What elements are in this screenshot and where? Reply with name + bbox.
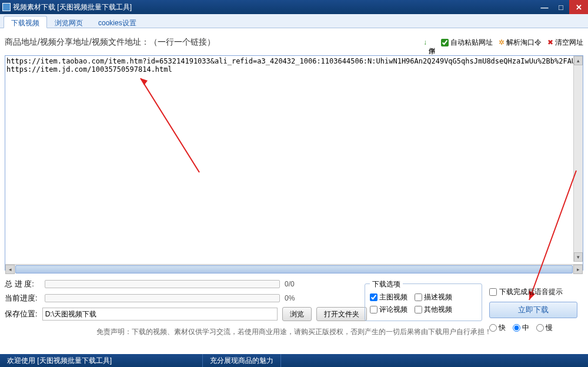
close-button[interactable]: ✕ xyxy=(569,0,588,14)
total-progress-bar xyxy=(45,280,280,288)
scroll-up-icon[interactable]: ▴ xyxy=(574,56,583,65)
total-progress-value: 0/0 xyxy=(285,280,295,288)
vertical-scrollbar[interactable]: ▴ ▾ xyxy=(573,56,583,262)
current-progress-value: 0% xyxy=(285,294,295,302)
auto-paste-checkbox[interactable]: 自动粘贴网址 xyxy=(441,38,493,48)
reverse-button[interactable]: ↓倒序 xyxy=(423,38,435,46)
status-bar: 欢迎使用 [天图视频批量下载工具] 充分展现商品的魅力 xyxy=(0,354,588,367)
clear-urls-button[interactable]: ✖清空网址 xyxy=(547,38,583,48)
horizontal-scrollbar[interactable]: ◂ ▸ xyxy=(5,264,583,273)
current-progress-bar xyxy=(45,294,280,302)
tab-download[interactable]: 下载视频 xyxy=(4,16,47,28)
speed-fast-radio[interactable]: 快 xyxy=(489,323,506,333)
scroll-right-icon[interactable]: ▸ xyxy=(573,265,583,274)
download-button[interactable]: 立即下载 xyxy=(489,302,577,318)
voice-prompt-checkbox[interactable]: 下载完成后语音提示 xyxy=(489,287,583,297)
main-video-checkbox[interactable]: 主图视频 xyxy=(370,292,407,302)
current-progress-label: 当前进度: xyxy=(5,293,40,303)
comment-video-checkbox[interactable]: 评论视频 xyxy=(370,305,407,315)
toolbar: 商品地址/视频分享地址/视频文件地址：（一行一个链接） ↓倒序 自动粘贴网址 ✲… xyxy=(5,33,583,52)
window-title: 视频素材下载 [天图视频批量下载工具] xyxy=(13,2,132,12)
other-video-checkbox[interactable]: 其他视频 xyxy=(415,305,452,315)
download-options-group: 下载选项 主图视频 描述视频 评论视频 其他视频 xyxy=(365,283,482,321)
tab-browse[interactable]: 浏览网页 xyxy=(47,16,91,28)
tab-bar: 下载视频 浏览网页 cookies设置 xyxy=(0,14,588,28)
scroll-thumb[interactable] xyxy=(15,265,573,273)
open-folder-button[interactable]: 打开文件夹 xyxy=(316,307,367,321)
speed-mid-radio[interactable]: 中 xyxy=(513,323,529,333)
save-path-label: 保存位置: xyxy=(5,309,38,319)
status-welcome: 欢迎使用 [天图视频批量下载工具] xyxy=(0,354,203,367)
maximize-button[interactable]: □ xyxy=(553,1,569,13)
parse-tkl-button[interactable]: ✲解析淘口令 xyxy=(499,38,542,48)
url-textarea[interactable]: https://item.taobao.com/item.htm?id=6532… xyxy=(5,56,583,262)
speed-slow-radio[interactable]: 慢 xyxy=(536,323,553,333)
url-textarea-wrap: https://item.taobao.com/item.htm?id=6532… xyxy=(5,55,583,271)
minimize-button[interactable]: — xyxy=(536,1,553,13)
scroll-left-icon[interactable]: ◂ xyxy=(5,265,15,274)
browse-button[interactable]: 浏览 xyxy=(282,307,312,321)
titlebar: 视频素材下载 [天图视频批量下载工具] — □ ✕ xyxy=(0,0,588,14)
url-label: 商品地址/视频分享地址/视频文件地址：（一行一个链接） xyxy=(5,37,423,48)
save-path-input[interactable] xyxy=(42,308,278,321)
options-legend: 下载选项 xyxy=(370,279,403,289)
status-slogan: 充分展现商品的魅力 xyxy=(203,354,281,367)
total-progress-label: 总 进 度: xyxy=(5,279,40,289)
scroll-down-icon[interactable]: ▾ xyxy=(574,252,583,262)
app-icon xyxy=(2,3,11,11)
tab-cookies[interactable]: cookies设置 xyxy=(91,16,144,28)
desc-video-checkbox[interactable]: 描述视频 xyxy=(415,292,452,302)
